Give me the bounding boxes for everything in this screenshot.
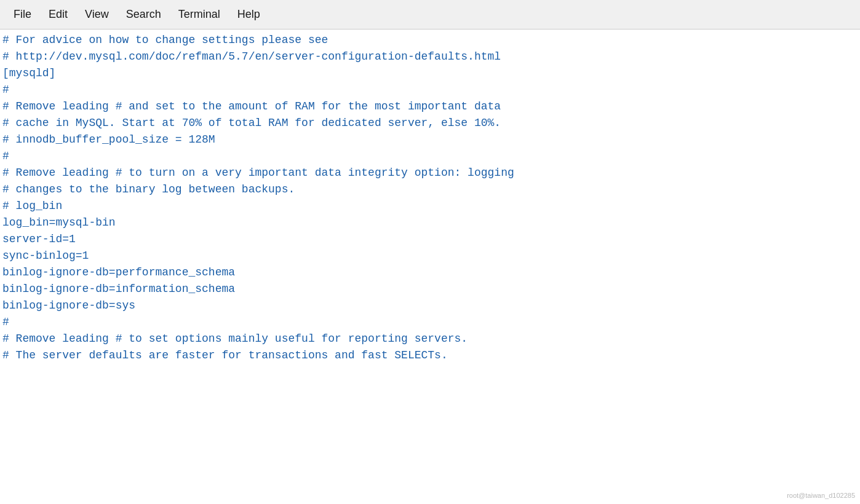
help-menu[interactable]: Help (229, 3, 269, 26)
terminal-line: binlog-ignore-db=performance_schema (2, 264, 860, 281)
terminal-line: # (2, 148, 860, 165)
watermark: root@taiwan_d102285 (787, 492, 855, 499)
terminal-line: # http://dev.mysql.com/doc/refman/5.7/en… (2, 49, 860, 65)
terminal-line: log_bin=mysql-bin (2, 215, 860, 231)
terminal-line: # innodb_buffer_pool_size = 128M (2, 132, 860, 148)
terminal-line: # Remove leading # to set options mainly… (2, 331, 860, 347)
menubar: FileEditViewSearchTerminalHelp (0, 0, 860, 30)
terminal-line: # (2, 314, 860, 331)
view-menu[interactable]: View (76, 3, 117, 26)
terminal-line: # For advice on how to change settings p… (2, 32, 860, 49)
terminal-line: # log_bin (2, 198, 860, 215)
terminal-line: server-id=1 (2, 231, 860, 248)
terminal-line: # The server defaults are faster for tra… (2, 347, 860, 364)
file-menu[interactable]: File (5, 3, 40, 26)
terminal-line: # changes to the binary log between back… (2, 181, 860, 198)
terminal-line: binlog-ignore-db=information_schema (2, 281, 860, 297)
terminal-line: sync-binlog=1 (2, 248, 860, 264)
terminal-line: binlog-ignore-db=sys (2, 297, 860, 314)
terminal-line: # (2, 82, 860, 98)
terminal-line: # cache in MySQL. Start at 70% of total … (2, 115, 860, 132)
terminal-line: [mysqld] (2, 65, 860, 82)
search-menu[interactable]: Search (117, 3, 170, 26)
terminal-line: # Remove leading # and set to the amount… (2, 98, 860, 115)
edit-menu[interactable]: Edit (40, 3, 76, 26)
terminal-line: # Remove leading # to turn on a very imp… (2, 165, 860, 181)
terminal-menu[interactable]: Terminal (170, 3, 229, 26)
terminal-content: # For advice on how to change settings p… (0, 30, 860, 504)
